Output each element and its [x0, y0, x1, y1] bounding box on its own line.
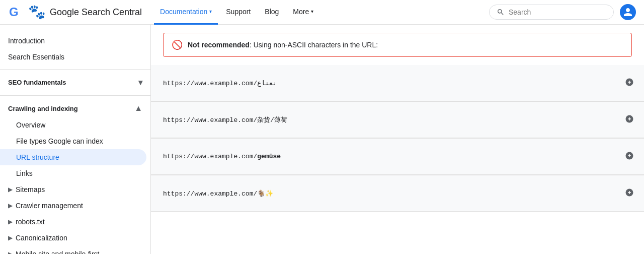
code-url-1: https://www.example.com/نعناع — [163, 79, 277, 87]
sidebar-divider — [0, 69, 150, 70]
code-block-4: https://www.example.com/🐐✨ — [151, 175, 644, 212]
warning-text: Not recommended: Using non-ASCII charact… — [188, 41, 378, 49]
sidebar-section-crawling-indexing[interactable]: Crawling and indexing ▲ — [0, 100, 150, 117]
person-icon — [623, 7, 633, 17]
chevron-up-icon: ▲ — [134, 104, 142, 113]
copy-button-4[interactable] — [623, 186, 636, 201]
sidebar-item-search-essentials[interactable]: Search Essentials — [0, 49, 150, 65]
code-url-4: https://www.example.com/🐐✨ — [163, 189, 273, 198]
arrow-right-icon: ▶ — [8, 202, 13, 209]
nav-more[interactable]: More ▾ — [287, 0, 319, 25]
copy-icon — [625, 188, 634, 197]
copy-button-2[interactable] — [623, 112, 636, 128]
code-url-3: https://www.example.com/gemüse — [163, 153, 281, 160]
arrow-right-icon: ▶ — [8, 218, 13, 225]
warning-box: 🚫 Not recommended: Using non-ASCII chara… — [163, 33, 632, 57]
search-input[interactable] — [509, 8, 606, 16]
sidebar-item-sitemaps[interactable]: ▶ Sitemaps — [0, 181, 150, 198]
header-right — [489, 4, 636, 20]
sidebar-item-url-structure[interactable]: URL structure — [0, 149, 146, 165]
sidebar-item-file-types[interactable]: File types Google can index — [0, 133, 150, 149]
nav-support[interactable]: Support — [220, 0, 257, 25]
nav-blog[interactable]: Blog — [259, 0, 285, 25]
arrow-right-icon: ▶ — [8, 234, 13, 241]
copy-icon — [625, 151, 634, 160]
sidebar: Introduction Search Essentials SEO funda… — [0, 25, 151, 254]
sidebar-divider-2 — [0, 95, 150, 96]
sidebar-item-overview[interactable]: Overview — [0, 117, 150, 133]
header: G G 🐾 Google Search Central Documentatio… — [0, 0, 644, 25]
code-block-2: https://www.example.com/杂货/薄荷 — [151, 102, 644, 138]
arrow-right-icon: ▶ — [8, 250, 13, 254]
sidebar-item-mobile-site[interactable]: ▶ Mobile site and mobile-first — [0, 246, 150, 254]
nav-documentation[interactable]: Documentation ▾ — [154, 0, 218, 25]
logo-link[interactable]: G G 🐾 Google Search Central — [8, 4, 142, 20]
search-box[interactable] — [489, 5, 614, 20]
logo-emoji: 🐾 — [28, 5, 46, 19]
body-layout: Introduction Search Essentials SEO funda… — [0, 25, 644, 254]
chevron-down-icon: ▾ — [209, 9, 212, 14]
chevron-down-icon: ▾ — [311, 9, 313, 14]
arrow-right-icon: ▶ — [8, 186, 13, 193]
sidebar-section-seo-fundamentals[interactable]: SEO fundamentals ▾ — [0, 74, 150, 91]
sidebar-item-introduction[interactable]: Introduction — [0, 33, 150, 49]
code-url-2: https://www.example.com/杂货/薄荷 — [163, 115, 287, 124]
logo-text: Google Search Central — [50, 7, 142, 18]
avatar[interactable] — [620, 4, 636, 20]
no-entry-icon: 🚫 — [172, 39, 183, 50]
search-icon — [497, 8, 505, 16]
copy-icon — [625, 78, 634, 87]
sidebar-item-crawler-management[interactable]: ▶ Crawler management — [0, 198, 150, 214]
code-block-1: https://www.example.com/نعناع — [151, 65, 644, 101]
main-content: 🚫 Not recommended: Using non-ASCII chara… — [151, 25, 644, 254]
sidebar-item-links[interactable]: Links — [0, 165, 150, 181]
sidebar-item-canonicalization[interactable]: ▶ Canonicalization — [0, 230, 150, 246]
copy-button-1[interactable] — [623, 76, 636, 91]
chevron-down-icon: ▾ — [138, 78, 142, 87]
copy-icon — [625, 114, 634, 123]
main-nav: Documentation ▾ Support Blog More ▾ — [154, 0, 477, 25]
code-block-3: https://www.example.com/gemüse — [151, 139, 644, 175]
copy-button-3[interactable] — [623, 149, 636, 164]
sidebar-item-robots-txt[interactable]: ▶ robots.txt — [0, 214, 150, 230]
